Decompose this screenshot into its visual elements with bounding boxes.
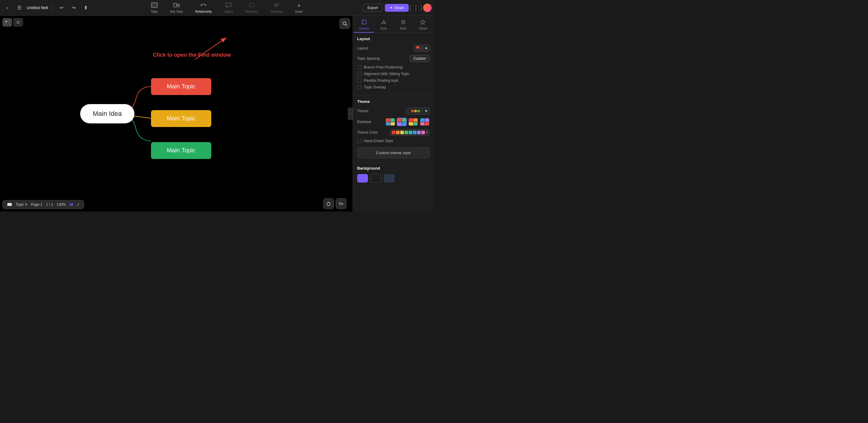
svg-rect-4	[177, 6, 180, 7]
search-button[interactable]	[339, 18, 350, 29]
alignment-label: Alignment With Sibling Topic	[364, 72, 409, 76]
mindmap-canvas: Main Idea Main Topic Main Topic Main Top…	[64, 62, 232, 165]
tool-insert[interactable]: + Insert	[293, 1, 305, 15]
tool-summary[interactable]: Summary	[268, 1, 286, 15]
layout-section-title: Layout	[357, 36, 430, 41]
flexible-label: Flexible Floating topic	[364, 79, 399, 83]
upload-button[interactable]: ⬆	[81, 3, 91, 13]
bottom-right-controls: Fn	[323, 198, 347, 209]
insert-icon: +	[297, 2, 301, 9]
alignment-checkbox[interactable]	[357, 72, 361, 76]
custom-theme-button[interactable]: Custom theme style	[357, 147, 430, 159]
mouse-mode-button[interactable]	[323, 198, 334, 209]
tool-subtopic[interactable]: Sub Topic	[167, 1, 186, 15]
tool-callout-label: Callout	[224, 10, 233, 13]
tool-relationship-label: Relationship	[195, 10, 212, 13]
clipart-tab-icon	[420, 19, 426, 26]
swatch-chevron: ▾	[426, 131, 428, 134]
svg-line-20	[346, 24, 347, 26]
rainbow-label: Rainbow	[357, 120, 371, 124]
layout-section: Layout Layout ▾ Topic Spaci	[353, 33, 434, 96]
theme-section: Theme Theme ▾ Rainbow	[353, 96, 434, 162]
theme-color-row: Theme Color ▾	[357, 129, 430, 136]
tool-callout[interactable]: Callout	[221, 1, 236, 15]
share-button[interactable]: ✦ Share	[385, 4, 409, 12]
topic-spacing-row: Topic Spacing Custom	[357, 55, 430, 62]
share-icon: ✦	[390, 6, 393, 10]
hand-drawn-label: Hand-Drawn Style	[364, 139, 393, 143]
background-section: Background	[353, 162, 434, 186]
theme-dropdown[interactable]: ▾	[406, 107, 430, 115]
annotation-label: Click to open the Find window	[153, 52, 231, 58]
toolbar-center: Topic Sub Topic Relationship Callout Bou…	[92, 1, 362, 15]
annotation-text: Click to open the Find window	[153, 52, 231, 58]
bg-opt-darker[interactable]	[384, 174, 395, 182]
rainbow-opt-3[interactable]	[420, 118, 430, 126]
summary-icon	[273, 2, 280, 9]
toolbar-left: ‹ ☰ Untitled file8 ↩ ↪ ⬆	[2, 3, 91, 13]
tab-canvas-label: Canvas	[359, 27, 369, 30]
tab-clipart-label: Clipart	[418, 27, 427, 30]
bottom-status-bar: 📖 Topic 4 Page-1 1 / 1 130% M ⤢	[2, 200, 84, 209]
flexible-checkbox[interactable]	[357, 79, 361, 83]
style-tab-icon	[381, 19, 386, 26]
layout-dropdown[interactable]: ▾	[413, 45, 430, 52]
panel-collapse-button[interactable]: ‹	[348, 108, 352, 120]
tool-topic[interactable]: Topic	[148, 1, 160, 15]
redo-button[interactable]: ↪	[69, 3, 79, 13]
view-grid-button[interactable]	[2, 18, 12, 27]
menu-button[interactable]: ☰	[14, 3, 24, 13]
grid-menu-button[interactable]: ⋮⋮⋮	[411, 3, 421, 13]
overlap-label: Topic Overlap	[364, 85, 386, 89]
view-list-button[interactable]	[13, 18, 23, 27]
divider-1	[53, 4, 53, 11]
rainbow-opt-2[interactable]	[408, 118, 418, 126]
rainbow-opt-1[interactable]	[397, 118, 407, 126]
branch-free-checkbox[interactable]	[357, 65, 361, 69]
tab-canvas[interactable]: Canvas	[354, 18, 374, 33]
topic-icon	[151, 2, 158, 9]
tab-clipart[interactable]: Clipart	[413, 18, 433, 33]
theme-color-swatch[interactable]: ▾	[390, 129, 430, 136]
tab-style[interactable]: Style	[374, 18, 393, 33]
overlap-row: Topic Overlap	[357, 85, 430, 89]
svg-rect-13	[5, 21, 7, 22]
rainbow-opt-0[interactable]	[385, 118, 396, 126]
svg-text:Main Topic: Main Topic	[167, 83, 195, 90]
bg-opt-dark[interactable]	[370, 174, 381, 182]
toolbar-right: Export ✦ Share ⋮⋮⋮	[363, 3, 432, 13]
relationship-icon	[200, 2, 207, 9]
book-icon: 📖	[7, 202, 12, 207]
overlap-checkbox[interactable]	[357, 85, 361, 89]
fn-label: Fn	[339, 202, 343, 205]
layout-preview-icon	[416, 46, 424, 50]
background-title: Background	[357, 166, 430, 170]
fn-button[interactable]: Fn	[336, 198, 347, 209]
share-label: Share	[394, 6, 404, 10]
theme-row: Theme ▾	[357, 107, 430, 115]
undo-button[interactable]: ↩	[57, 3, 67, 13]
theme-section-title: Theme	[357, 99, 430, 104]
tool-subtopic-label: Sub Topic	[170, 10, 183, 13]
canvas-area[interactable]: Click to open the Find window Main Idea	[0, 16, 352, 212]
svg-marker-37	[421, 20, 425, 24]
svg-rect-1	[153, 4, 156, 6]
tool-boundary[interactable]: Boundary	[243, 1, 261, 15]
back-button[interactable]: ‹	[2, 3, 12, 13]
topic-spacing-custom[interactable]: Custom	[410, 55, 430, 62]
tab-mark[interactable]: Mark	[394, 18, 413, 33]
tool-relationship[interactable]: Relationship	[193, 1, 214, 15]
hand-drawn-row: Hand-Drawn Style	[357, 139, 430, 143]
bg-opt-purple[interactable]	[357, 174, 368, 182]
hand-drawn-checkbox[interactable]	[357, 139, 361, 143]
svg-point-9	[249, 3, 254, 7]
expand-icon[interactable]: ⤢	[76, 202, 80, 207]
toolbar: ‹ ☰ Untitled file8 ↩ ↪ ⬆ Topic Sub Topic…	[0, 0, 434, 16]
subtopic-icon	[173, 2, 180, 9]
branch-free-label: Branch Free Positioning	[364, 65, 402, 69]
chevron-down-icon: ▾	[425, 46, 427, 50]
export-button[interactable]: Export	[363, 4, 382, 12]
svg-point-6	[205, 4, 206, 6]
background-options	[357, 174, 430, 182]
avatar	[423, 4, 432, 12]
